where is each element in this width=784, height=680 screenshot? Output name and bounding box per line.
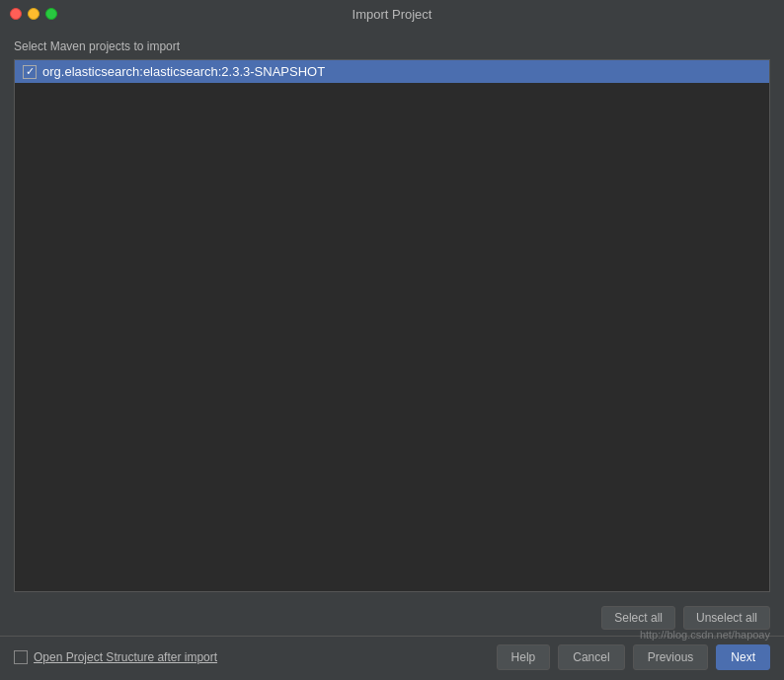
project-checkbox[interactable]: ✓: [23, 65, 37, 79]
section-label: Select Maven projects to import: [14, 39, 770, 53]
project-item[interactable]: ✓ org.elasticsearch:elasticsearch:2.3.3-…: [15, 60, 769, 83]
previous-button[interactable]: Previous: [633, 644, 709, 670]
project-list[interactable]: ✓ org.elasticsearch:elasticsearch:2.3.3-…: [14, 59, 770, 592]
maximize-button[interactable]: [45, 8, 57, 20]
traffic-lights: [10, 8, 57, 20]
title-bar: Import Project: [0, 0, 784, 28]
unselect-all-button[interactable]: Unselect all: [683, 606, 770, 630]
open-project-checkbox[interactable]: [14, 650, 28, 664]
footer: Open Project Structure after import Help…: [0, 636, 784, 680]
select-all-button[interactable]: Select all: [601, 606, 675, 630]
footer-right-buttons: Help Cancel Previous Next: [497, 644, 770, 670]
close-button[interactable]: [10, 8, 22, 20]
open-project-check: Open Project Structure after import: [14, 650, 497, 664]
open-project-label[interactable]: Open Project Structure after import: [34, 650, 217, 664]
help-button[interactable]: Help: [497, 644, 551, 670]
cancel-button[interactable]: Cancel: [558, 644, 624, 670]
next-button[interactable]: Next: [716, 644, 770, 670]
project-label: org.elasticsearch:elasticsearch:2.3.3-SN…: [42, 64, 325, 79]
dialog-body: Select Maven projects to import ✓ org.el…: [0, 28, 784, 636]
minimize-button[interactable]: [28, 8, 39, 20]
dialog-title: Import Project: [353, 7, 432, 22]
bottom-buttons-row: Select all Unselect all: [14, 600, 770, 636]
